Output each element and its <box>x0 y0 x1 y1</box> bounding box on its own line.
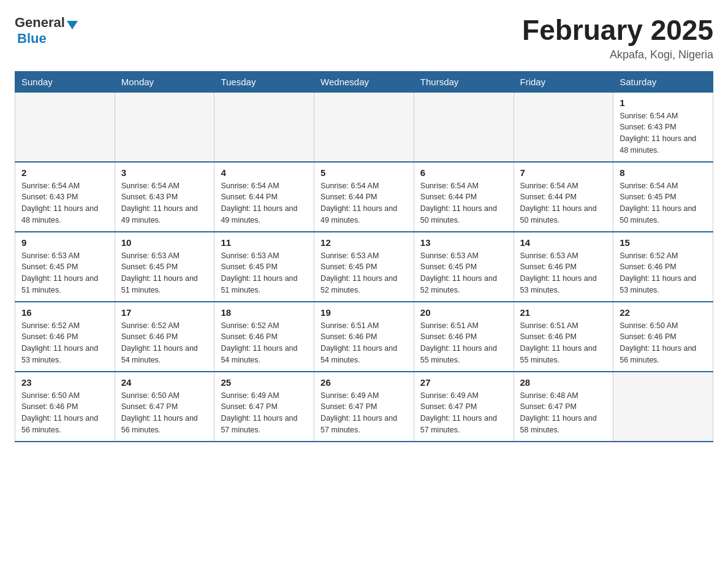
day-info: Sunrise: 6:54 AMSunset: 6:44 PMDaylight:… <box>221 180 308 226</box>
calendar-day-cell: 26Sunrise: 6:49 AMSunset: 6:47 PMDayligh… <box>314 372 414 442</box>
day-number: 11 <box>221 237 308 248</box>
calendar-day-cell: 24Sunrise: 6:50 AMSunset: 6:47 PMDayligh… <box>115 372 214 442</box>
calendar-day-cell: 5Sunrise: 6:54 AMSunset: 6:44 PMDaylight… <box>314 162 414 232</box>
day-number: 28 <box>520 377 607 388</box>
day-info: Sunrise: 6:50 AMSunset: 6:46 PMDaylight:… <box>620 320 707 366</box>
day-of-week-header: Thursday <box>414 71 514 92</box>
logo: General Blue <box>15 15 78 47</box>
calendar-day-cell <box>115 92 214 162</box>
calendar-day-cell: 3Sunrise: 6:54 AMSunset: 6:43 PMDaylight… <box>115 162 214 232</box>
calendar-subtitle: Akpafa, Kogi, Nigeria <box>522 48 713 61</box>
day-info: Sunrise: 6:52 AMSunset: 6:46 PMDaylight:… <box>221 320 308 366</box>
calendar-day-cell <box>414 92 514 162</box>
day-number: 6 <box>420 167 507 178</box>
day-info: Sunrise: 6:51 AMSunset: 6:46 PMDaylight:… <box>320 320 408 366</box>
calendar-day-cell: 19Sunrise: 6:51 AMSunset: 6:46 PMDayligh… <box>314 302 414 372</box>
calendar-day-cell: 9Sunrise: 6:53 AMSunset: 6:45 PMDaylight… <box>15 232 115 302</box>
day-info: Sunrise: 6:48 AMSunset: 6:47 PMDaylight:… <box>520 390 607 436</box>
day-info: Sunrise: 6:50 AMSunset: 6:47 PMDaylight:… <box>121 390 208 436</box>
day-number: 10 <box>121 237 208 248</box>
calendar-title: February 2025 <box>522 15 713 46</box>
calendar-day-cell: 1Sunrise: 6:54 AMSunset: 6:43 PMDaylight… <box>613 92 713 162</box>
calendar-day-cell: 20Sunrise: 6:51 AMSunset: 6:46 PMDayligh… <box>414 302 514 372</box>
day-info: Sunrise: 6:54 AMSunset: 6:44 PMDaylight:… <box>320 180 408 226</box>
calendar-table: SundayMondayTuesdayWednesdayThursdayFrid… <box>15 71 713 442</box>
calendar-day-cell: 13Sunrise: 6:53 AMSunset: 6:45 PMDayligh… <box>414 232 514 302</box>
day-number: 2 <box>21 167 108 178</box>
calendar-week-row: 9Sunrise: 6:53 AMSunset: 6:45 PMDaylight… <box>15 232 713 302</box>
day-number: 21 <box>520 307 607 318</box>
calendar-day-cell: 18Sunrise: 6:52 AMSunset: 6:46 PMDayligh… <box>214 302 314 372</box>
day-info: Sunrise: 6:53 AMSunset: 6:45 PMDaylight:… <box>320 250 408 296</box>
day-number: 14 <box>520 237 607 248</box>
day-of-week-header: Monday <box>115 71 214 92</box>
day-of-week-header: Friday <box>514 71 613 92</box>
calendar-day-cell: 16Sunrise: 6:52 AMSunset: 6:46 PMDayligh… <box>15 302 115 372</box>
calendar-day-cell: 21Sunrise: 6:51 AMSunset: 6:46 PMDayligh… <box>514 302 613 372</box>
day-number: 24 <box>121 377 208 388</box>
calendar-day-cell <box>314 92 414 162</box>
calendar-day-cell: 7Sunrise: 6:54 AMSunset: 6:44 PMDaylight… <box>514 162 613 232</box>
day-info: Sunrise: 6:54 AMSunset: 6:44 PMDaylight:… <box>520 180 607 226</box>
calendar-day-cell <box>214 92 314 162</box>
day-info: Sunrise: 6:50 AMSunset: 6:46 PMDaylight:… <box>21 390 108 436</box>
day-number: 25 <box>221 377 308 388</box>
day-number: 4 <box>221 167 308 178</box>
day-number: 17 <box>121 307 208 318</box>
day-number: 7 <box>520 167 607 178</box>
calendar-day-cell: 4Sunrise: 6:54 AMSunset: 6:44 PMDaylight… <box>214 162 314 232</box>
calendar-day-cell: 10Sunrise: 6:53 AMSunset: 6:45 PMDayligh… <box>115 232 214 302</box>
day-info: Sunrise: 6:54 AMSunset: 6:43 PMDaylight:… <box>121 180 208 226</box>
day-number: 23 <box>21 377 108 388</box>
day-info: Sunrise: 6:53 AMSunset: 6:46 PMDaylight:… <box>520 250 607 296</box>
calendar-day-cell: 23Sunrise: 6:50 AMSunset: 6:46 PMDayligh… <box>15 372 115 442</box>
calendar-day-cell: 17Sunrise: 6:52 AMSunset: 6:46 PMDayligh… <box>115 302 214 372</box>
calendar-day-cell: 14Sunrise: 6:53 AMSunset: 6:46 PMDayligh… <box>514 232 613 302</box>
day-number: 9 <box>21 237 108 248</box>
day-info: Sunrise: 6:53 AMSunset: 6:45 PMDaylight:… <box>420 250 507 296</box>
day-info: Sunrise: 6:54 AMSunset: 6:44 PMDaylight:… <box>420 180 507 226</box>
calendar-day-cell: 27Sunrise: 6:49 AMSunset: 6:47 PMDayligh… <box>414 372 514 442</box>
day-number: 19 <box>320 307 408 318</box>
day-info: Sunrise: 6:49 AMSunset: 6:47 PMDaylight:… <box>420 390 507 436</box>
calendar-day-cell: 22Sunrise: 6:50 AMSunset: 6:46 PMDayligh… <box>613 302 713 372</box>
calendar-day-cell: 12Sunrise: 6:53 AMSunset: 6:45 PMDayligh… <box>314 232 414 302</box>
day-number: 5 <box>320 167 408 178</box>
day-number: 16 <box>21 307 108 318</box>
day-info: Sunrise: 6:52 AMSunset: 6:46 PMDaylight:… <box>620 250 707 296</box>
calendar-day-cell: 28Sunrise: 6:48 AMSunset: 6:47 PMDayligh… <box>514 372 613 442</box>
day-number: 3 <box>121 167 208 178</box>
day-info: Sunrise: 6:54 AMSunset: 6:43 PMDaylight:… <box>21 180 108 226</box>
day-info: Sunrise: 6:54 AMSunset: 6:45 PMDaylight:… <box>620 180 707 226</box>
day-number: 15 <box>620 237 707 248</box>
day-info: Sunrise: 6:51 AMSunset: 6:46 PMDaylight:… <box>420 320 507 366</box>
calendar-day-cell <box>15 92 115 162</box>
day-number: 27 <box>420 377 507 388</box>
day-number: 1 <box>620 98 707 108</box>
logo-arrow-icon <box>67 21 78 29</box>
day-of-week-header: Saturday <box>613 71 713 92</box>
day-info: Sunrise: 6:53 AMSunset: 6:45 PMDaylight:… <box>21 250 108 296</box>
calendar-week-row: 1Sunrise: 6:54 AMSunset: 6:43 PMDaylight… <box>15 92 713 162</box>
calendar-week-row: 16Sunrise: 6:52 AMSunset: 6:46 PMDayligh… <box>15 302 713 372</box>
day-number: 22 <box>620 307 707 318</box>
day-info: Sunrise: 6:49 AMSunset: 6:47 PMDaylight:… <box>221 390 308 436</box>
calendar-day-cell: 6Sunrise: 6:54 AMSunset: 6:44 PMDaylight… <box>414 162 514 232</box>
day-info: Sunrise: 6:53 AMSunset: 6:45 PMDaylight:… <box>221 250 308 296</box>
calendar-day-cell: 15Sunrise: 6:52 AMSunset: 6:46 PMDayligh… <box>613 232 713 302</box>
calendar-day-cell: 2Sunrise: 6:54 AMSunset: 6:43 PMDaylight… <box>15 162 115 232</box>
calendar-header-row: SundayMondayTuesdayWednesdayThursdayFrid… <box>15 71 713 92</box>
day-of-week-header: Tuesday <box>214 71 314 92</box>
day-info: Sunrise: 6:51 AMSunset: 6:46 PMDaylight:… <box>520 320 607 366</box>
title-block: February 2025 Akpafa, Kogi, Nigeria <box>522 15 713 61</box>
day-info: Sunrise: 6:52 AMSunset: 6:46 PMDaylight:… <box>21 320 108 366</box>
calendar-day-cell: 25Sunrise: 6:49 AMSunset: 6:47 PMDayligh… <box>214 372 314 442</box>
day-info: Sunrise: 6:52 AMSunset: 6:46 PMDaylight:… <box>121 320 208 366</box>
day-info: Sunrise: 6:49 AMSunset: 6:47 PMDaylight:… <box>320 390 408 436</box>
day-number: 20 <box>420 307 507 318</box>
calendar-week-row: 2Sunrise: 6:54 AMSunset: 6:43 PMDaylight… <box>15 162 713 232</box>
day-number: 26 <box>320 377 408 388</box>
day-info: Sunrise: 6:53 AMSunset: 6:45 PMDaylight:… <box>121 250 208 296</box>
day-number: 8 <box>620 167 707 178</box>
calendar-week-row: 23Sunrise: 6:50 AMSunset: 6:46 PMDayligh… <box>15 372 713 442</box>
